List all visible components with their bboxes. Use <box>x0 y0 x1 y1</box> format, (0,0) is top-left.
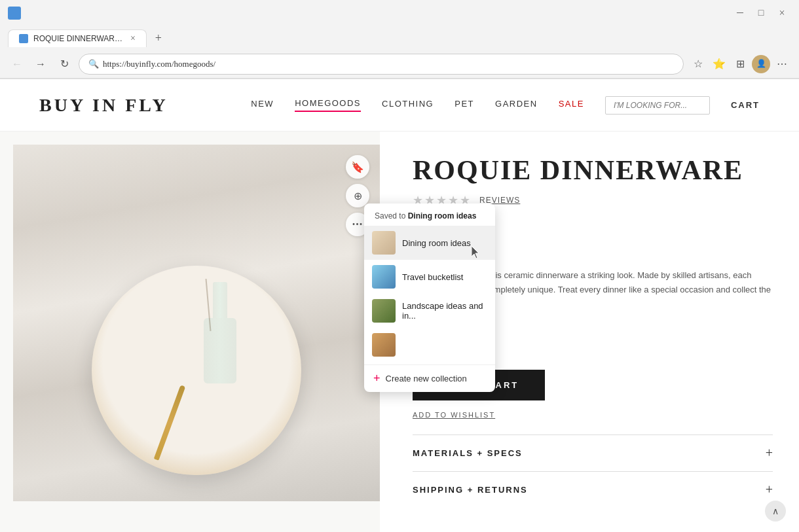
nav-new[interactable]: NEW <box>251 99 274 111</box>
materials-expand-icon: + <box>766 446 773 461</box>
tab-title: ROQUIE DINNERWARE PLATE <box>33 34 125 43</box>
new-tab-button[interactable]: + <box>149 29 168 47</box>
create-collection-button[interactable]: + Create new collection <box>364 364 495 392</box>
collection-thumb-travel <box>372 265 396 289</box>
collection-name-landscape: Landscape ideas and in... <box>402 301 487 321</box>
nav-homegoods[interactable]: HOMEGOODS <box>295 98 361 112</box>
browser-tabs: ROQUIE DINNERWARE PLATE × + <box>0 26 799 50</box>
store-nav: NEW HOMEGOODS CLOTHING PET GARDEN SALE C… <box>251 96 760 115</box>
search-icon: 🔍 <box>88 59 99 69</box>
maximize-button[interactable]: □ <box>752 4 770 22</box>
toolbar-right: ☆ ⭐ ⊞ 👤 ⋯ <box>689 55 791 73</box>
store-header: BUY IN FLY NEW HOMEGOODS CLOTHING PET GA… <box>0 79 799 132</box>
refresh-button[interactable]: ↻ <box>55 55 73 73</box>
zoom-icon: ⊕ <box>354 190 362 202</box>
browser-titlebar: ─ □ × <box>0 0 799 26</box>
materials-label: MATERIALS + SPECS <box>413 448 523 458</box>
collection-item-landscape[interactable]: Landscape ideas and in... <box>364 294 495 328</box>
collections-icon[interactable]: ⊞ <box>731 55 749 73</box>
profile-icon[interactable]: 👤 <box>752 55 770 73</box>
bottle-body <box>204 318 236 383</box>
website-content: BUY IN FLY NEW HOMEGOODS CLOTHING PET GA… <box>0 79 799 532</box>
saved-dropdown: Saved to Dining room ideas Dining room i… <box>364 204 495 392</box>
address-bar[interactable]: 🔍 https://buyinfly.com/homegoods/ <box>79 54 684 75</box>
settings-icon[interactable]: ⋯ <box>773 55 791 73</box>
materials-accordion[interactable]: MATERIALS + SPECS + <box>413 434 773 471</box>
collection-item-extra[interactable] <box>364 328 495 362</box>
tab-favicon-icon <box>19 34 28 43</box>
product-title: ROQUIE DINNERWARE <box>413 155 773 185</box>
product-image-section: 🔖 ⊕ ··· <box>13 145 380 501</box>
favorites-icon[interactable]: ⭐ <box>710 55 728 73</box>
collection-name-dining: Dining room ideas <box>402 238 471 248</box>
close-button[interactable]: × <box>773 4 791 22</box>
minimize-button[interactable]: ─ <box>731 4 749 22</box>
shipping-expand-icon: + <box>766 482 773 497</box>
cart-button[interactable]: CART <box>731 100 760 110</box>
nav-pet[interactable]: PET <box>455 99 474 111</box>
more-icon: ··· <box>352 218 363 232</box>
url-display: https://buyinfly.com/homegoods/ <box>103 59 674 69</box>
browser-toolbar: ← → ↻ 🔍 https://buyinfly.com/homegoods/ … <box>0 50 799 79</box>
collection-name-travel: Travel bucketlist <box>402 272 463 282</box>
nav-garden[interactable]: GARDEN <box>495 99 538 111</box>
create-collection-plus-icon: + <box>373 372 381 385</box>
bookmark-icon: 🔖 <box>351 161 364 173</box>
add-to-wishlist-link[interactable]: ADD TO WISHLIST <box>413 411 773 419</box>
nav-sale[interactable]: SALE <box>559 99 584 111</box>
collection-item-travel[interactable]: Travel bucketlist <box>364 260 495 294</box>
create-collection-label: Create new collection <box>386 374 467 383</box>
board-name: Dining room ideas <box>408 211 477 221</box>
active-tab[interactable]: ROQUIE DINNERWARE PLATE × <box>8 29 147 47</box>
product-bottle <box>204 282 236 383</box>
browser-chrome: ─ □ × ROQUIE DINNERWARE PLATE × + ← → ↻ … <box>0 0 799 79</box>
forward-button[interactable]: → <box>31 55 50 73</box>
scroll-to-top-button[interactable]: ∧ <box>765 501 786 522</box>
shipping-accordion[interactable]: SHIPPING + RETURNS + <box>413 471 773 508</box>
bottle-neck <box>213 282 227 318</box>
shipping-label: SHIPPING + RETURNS <box>413 485 528 495</box>
saved-header: Saved to Dining room ideas <box>364 204 495 226</box>
store-logo[interactable]: BUY IN FLY <box>39 95 168 116</box>
product-plate <box>92 266 301 475</box>
collection-thumb-extra <box>372 333 396 357</box>
save-to-collection-button[interactable]: 🔖 <box>346 155 369 179</box>
tab-close-button[interactable]: × <box>130 34 136 43</box>
collection-thumb-landscape <box>372 299 396 323</box>
reading-list-icon[interactable]: ☆ <box>689 55 707 73</box>
search-input[interactable] <box>605 96 710 115</box>
browser-logo-icon <box>8 7 21 20</box>
back-button[interactable]: ← <box>8 55 26 73</box>
nav-clothing[interactable]: CLOTHING <box>382 99 434 111</box>
collection-thumb-dining <box>372 231 396 255</box>
